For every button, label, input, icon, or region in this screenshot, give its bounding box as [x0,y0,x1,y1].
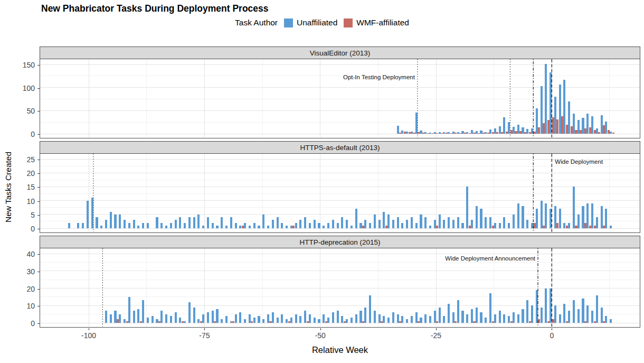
facet-strip: HTTP-deprecation (2015) [40,236,640,248]
y-tick-mark [37,134,40,135]
y-tick-mark [37,65,40,66]
y-tick-label: 30 [13,267,35,276]
y-tick-mark [37,88,40,89]
legend-label-unaffiliated: Unaffiliated [297,18,337,27]
y-tick-label: 20 [13,285,35,293]
x-tick-label: -25 [420,331,452,340]
x-tick-mark [204,328,205,330]
y-tick-mark [37,201,40,202]
y-tick-mark [37,187,40,188]
y-tick-mark [37,173,40,174]
legend: Task Author Unaffiliated WMF-affiliated [0,18,644,27]
legend-swatch-wmf-affiliated [344,18,353,27]
y-axis-title: New Tasks Created [4,152,13,222]
legend-item-wmf-affiliated: WMF-affiliated [344,18,409,27]
legend-swatch-unaffiliated [284,18,293,27]
y-tick-mark [37,111,40,111]
facet-plot-svg [40,154,640,232]
x-tick-mark [436,328,437,330]
y-tick-label: 100 [13,84,35,92]
reference-line-annotation: Wide Deployment Announcement [40,255,535,262]
chart-title: New Phabricator Tasks During Deployment … [41,3,269,14]
y-tick-mark [37,229,40,229]
x-tick-mark [552,328,552,330]
legend-title: Task Author [235,18,278,27]
chart-root: New Phabricator Tasks During Deployment … [0,0,644,363]
facet-panel: Opt-In Testing Deployment [40,59,640,138]
facet-panel: Wide Deployment [40,154,640,233]
x-tick-mark [320,328,321,330]
facet-3: HTTP-deprecation (2015)Wide Deployment A… [40,236,640,328]
y-tick-label: 40 [13,250,35,258]
y-tick-mark [37,215,40,216]
y-tick-label: 150 [13,61,35,69]
reference-line-annotation: Wide Deployment [555,159,603,165]
facet-2: HTTPS-as-default (2013)Wide Deployment [40,141,640,233]
reference-lines [93,154,552,232]
legend-item-unaffiliated: Unaffiliated [284,18,337,27]
x-tick-label: -50 [305,331,336,340]
x-tick-mark [89,328,89,330]
x-axis-title: Relative Week [40,345,640,355]
facet-strip-label: HTTP-deprecation (2015) [299,238,380,246]
y-tick-label: 0 [13,130,35,138]
y-tick-label: 10 [13,302,35,310]
y-tick-mark [37,160,40,160]
y-tick-label: 0 [13,319,35,328]
y-tick-label: 15 [13,183,35,191]
x-tick-label: -100 [73,331,105,340]
facet-1: VisualEditor (2013)Opt-In Testing Deploy… [40,46,640,138]
y-tick-label: 5 [13,211,35,219]
facet-plot-svg [40,59,640,137]
y-tick-label: 10 [13,197,35,206]
legend-label-wmf-affiliated: WMF-affiliated [356,18,409,27]
x-tick-label: -75 [188,331,220,340]
x-tick-label: 0 [536,331,567,340]
y-tick-mark [37,272,40,272]
facet-panel: Wide Deployment Announcement [40,248,640,328]
facet-strip-label: VisualEditor (2013) [310,49,371,57]
facet-strip: HTTPS-as-default (2013) [40,141,640,154]
facet-strip-label: HTTPS-as-default (2013) [300,144,380,152]
reference-lines [418,59,552,137]
y-tick-mark [37,254,40,255]
y-tick-mark [37,323,40,324]
facet-strip: VisualEditor (2013) [40,46,640,59]
y-tick-label: 0 [13,225,35,233]
y-tick-label: 25 [13,155,35,164]
y-tick-mark [37,289,40,290]
reference-line-annotation: Opt-In Testing Deployment [40,74,415,80]
y-tick-mark [37,306,40,306]
y-tick-label: 50 [13,107,35,115]
y-tick-label: 20 [13,169,35,178]
